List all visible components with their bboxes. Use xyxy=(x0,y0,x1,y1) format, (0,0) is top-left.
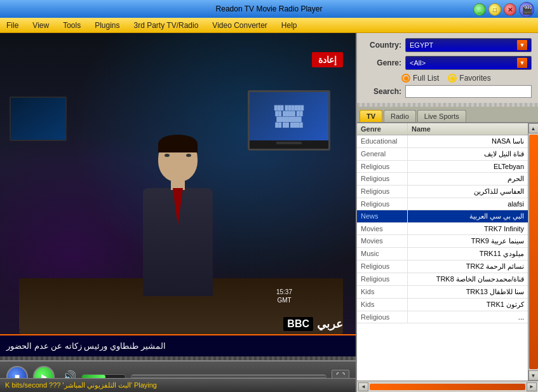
ticker-text: المشير طنطاوي ورئيس زكاته عن عدم الحضور xyxy=(6,341,166,351)
channel-genre-cell: Movies xyxy=(357,223,408,234)
selector-area: Country: EGYPT ▼ Genre: <All> ▼ Full Lis… xyxy=(357,33,538,103)
channel-table[interactable]: Genre Name Educationalناسا NASAGeneralقن… xyxy=(357,123,528,381)
hscroll-thumb[interactable] xyxy=(370,384,525,390)
bottom-scrollbar[interactable]: ◄ ► xyxy=(357,381,538,392)
eye-right xyxy=(186,154,191,157)
full-list-radio[interactable] xyxy=(401,74,410,83)
channel-genre-cell: Religious xyxy=(357,260,408,273)
news-ticker: المشير طنطاوي ورئيس زكاته عن عدم الحضور xyxy=(0,334,356,356)
channel-row[interactable]: Educationalناسا NASA xyxy=(357,135,528,148)
channel-row[interactable]: ReligiousELTebyan xyxy=(357,161,528,173)
favorites-option[interactable]: Favorites xyxy=(448,74,490,83)
monitor-screen: ███ ██████ ██ ████ ██ ████████ ██ ██ ███… xyxy=(250,92,328,140)
list-mode-row: Full List Favorites xyxy=(401,74,532,83)
channel-genre-cell: Kids xyxy=(357,286,408,298)
country-row: Country: EGYPT ▼ xyxy=(363,38,532,52)
wavy-divider-2 xyxy=(357,103,538,107)
channel-row[interactable]: Religiousقناة/محمدحسان الخاصة TRK8 xyxy=(357,273,528,286)
channel-name-cell: ناسا NASA xyxy=(408,135,528,147)
channel-row[interactable]: Kidsسنا للاطفال TRK13 xyxy=(357,286,528,299)
genre-dropdown-arrow[interactable]: ▼ xyxy=(517,58,527,68)
channel-genre-cell: Educational xyxy=(357,135,408,147)
channel-row[interactable]: Moviesسينما عربية TRK9 xyxy=(357,235,528,248)
hscroll-right-button[interactable]: ► xyxy=(527,382,537,391)
channel-genre-cell: Movies xyxy=(357,235,408,247)
scroll-up-button[interactable]: ▲ xyxy=(528,123,539,133)
full-list-option[interactable]: Full List xyxy=(401,74,439,83)
channel-genre-cell: Religious xyxy=(357,198,408,210)
channel-row[interactable]: Religious... xyxy=(357,311,528,323)
window-title: Readon TV Movie Radio Player xyxy=(216,4,323,13)
title-bar: Readon TV Movie Radio Player _ □ ✕ 🎬 xyxy=(0,0,538,18)
channel-genre-cell: Music xyxy=(357,248,408,260)
country-value: EGYPT xyxy=(410,41,433,49)
menu-view[interactable]: View xyxy=(29,20,53,31)
window-controls: _ □ ✕ 🎬 xyxy=(473,2,534,17)
wavy-divider-1 xyxy=(0,356,356,360)
menu-bar: File View Tools Plugins 3rd Party TV/Rad… xyxy=(0,18,538,33)
close-button[interactable]: ✕ xyxy=(504,3,516,16)
scroll-down-button[interactable]: ▼ xyxy=(528,370,539,381)
minimize-button[interactable]: _ xyxy=(473,3,486,16)
channel-genre-cell: General xyxy=(357,148,408,160)
channel-name-cell: سينما عربية TRK9 xyxy=(408,235,528,247)
genre-row: Genre: <All> ▼ xyxy=(363,56,532,70)
channel-row[interactable]: Religiousالحرم xyxy=(357,173,528,186)
app-icon-button[interactable]: 🎬 xyxy=(519,2,534,17)
channel-row[interactable]: Religiousالعفاسي للذاكرين xyxy=(357,186,528,198)
tab-bar: TV Radio Live Sports xyxy=(357,107,538,123)
country-dropdown[interactable]: EGYPT ▼ xyxy=(405,38,532,52)
favorites-radio[interactable] xyxy=(448,74,457,83)
channel-name-cell: قناة/محمدحسان الخاصة TRK8 xyxy=(408,273,528,285)
genre-label: Genre: xyxy=(363,58,401,67)
channel-row[interactable]: Generalقناة النيل لايف xyxy=(357,148,528,161)
channel-row[interactable]: Religiousalafsi xyxy=(357,198,528,210)
tab-radio[interactable]: Radio xyxy=(384,110,416,122)
country-dropdown-arrow[interactable]: ▼ xyxy=(517,40,527,50)
eye-left xyxy=(165,154,170,157)
favorites-label: Favorites xyxy=(459,74,490,83)
monitor-left-screen xyxy=(11,98,65,140)
search-input[interactable] xyxy=(405,85,532,98)
genre-value: <All> xyxy=(410,59,426,67)
restore-button[interactable]: □ xyxy=(488,3,501,16)
video-content: ███ ██████ ██ ████ ██ ████████ ██ ██ ███… xyxy=(0,33,356,356)
monitor-left xyxy=(10,97,67,141)
hscroll-left-button[interactable]: ◄ xyxy=(358,382,368,391)
channel-list-container: Genre Name Educationalناسا NASAGeneralقن… xyxy=(357,123,538,381)
bbc-box: BBC xyxy=(283,317,313,331)
scroll-thumb[interactable] xyxy=(529,135,538,369)
search-row: Search: xyxy=(363,85,532,98)
channel-row[interactable]: Kidsكرتون TRK1 xyxy=(357,299,528,311)
tab-tv[interactable]: TV xyxy=(360,110,382,122)
genre-column-header: Genre xyxy=(357,123,408,135)
video-area[interactable]: ███ ██████ ██ ████ ██ ████████ ██ ██ ███… xyxy=(0,33,356,356)
list-scrollbar[interactable]: ▲ ▼ xyxy=(528,123,538,381)
broadcast-banner: إعادة xyxy=(312,52,343,67)
channel-name-cell: سنا للاطفال TRK13 xyxy=(408,286,528,298)
menu-tools[interactable]: Tools xyxy=(59,20,84,31)
menu-video-converter[interactable]: Video Converter xyxy=(208,20,271,31)
menu-file[interactable]: File xyxy=(3,20,22,31)
channel-name-cell: قناة النيل لايف xyxy=(408,148,528,160)
tab-live-sports[interactable]: Live Sports xyxy=(417,110,466,122)
channel-table-header: Genre Name xyxy=(357,123,528,135)
menu-3rd-party[interactable]: 3rd Party TV/Radio xyxy=(130,20,203,31)
channel-genre-cell: Religious xyxy=(357,161,408,172)
bbc-arabic-label: عربي xyxy=(317,317,343,331)
name-column-header: Name xyxy=(408,123,528,135)
menu-help[interactable]: Help xyxy=(278,20,301,31)
channel-name-cell: العفاسي للذاكرين xyxy=(408,186,528,198)
channel-row[interactable]: MoviesTRK7 Infinity xyxy=(357,223,528,235)
channel-row[interactable]: Musicميلودي TRK11 xyxy=(357,248,528,260)
channel-name-cell: ميلودي TRK11 xyxy=(408,248,528,260)
hair xyxy=(158,135,198,152)
menu-plugins[interactable]: Plugins xyxy=(91,20,123,31)
presenter-head xyxy=(158,136,198,182)
channel-row[interactable]: Newsالبي بي سي العربية xyxy=(357,210,528,223)
channel-genre-cell: Religious xyxy=(357,311,408,323)
genre-dropdown[interactable]: <All> ▼ xyxy=(405,56,532,70)
channel-name-cell: نسائم الرحمة TRK2 xyxy=(408,260,528,273)
channel-name-cell: كرتون TRK1 xyxy=(408,299,528,311)
channel-row[interactable]: Religiousنسائم الرحمة TRK2 xyxy=(357,260,528,273)
